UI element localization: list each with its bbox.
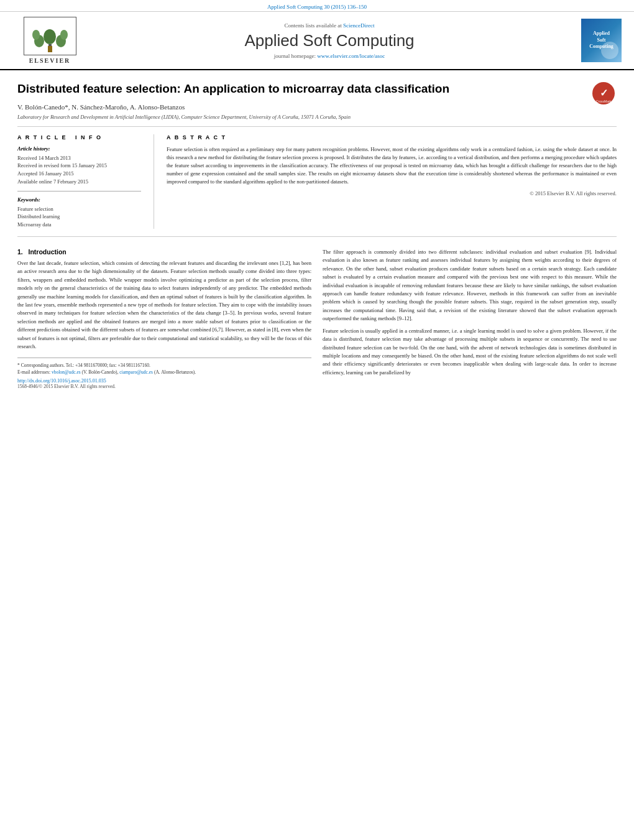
copyright-line: © 2015 Elsevier B.V. All rights reserved…: [167, 190, 617, 196]
svg-point-5: [60, 30, 68, 40]
received-revised-date: Received in revised form 15 January 2015: [17, 162, 141, 170]
abstract-text: Feature selection is often required as a…: [167, 145, 617, 187]
article-affiliation: Laboratory for Research and Development …: [17, 114, 582, 120]
keyword1: Feature selection: [17, 205, 141, 213]
svg-point-4: [32, 30, 40, 40]
available-online-date: Available online 7 February 2015: [17, 178, 141, 186]
journal-citation: Applied Soft Computing 30 (2015) 136–150: [267, 4, 367, 10]
journal-logo-right: AppliedSoftComputing: [572, 19, 622, 62]
intro-paragraph-3: Feature selection is usually applied in …: [323, 327, 617, 377]
sciencedirect-line: Contents lists available at ScienceDirec…: [87, 22, 572, 29]
accepted-date: Accepted 16 January 2015: [17, 170, 141, 178]
article-content: Distributed feature selection: An applic…: [0, 70, 634, 389]
svg-point-1: [44, 29, 56, 44]
journal-homepage-link[interactable]: www.elsevier.com/locate/asoc: [317, 53, 385, 59]
section-intro-heading: 1. Introduction: [17, 248, 311, 256]
journal-title: Applied Soft Computing: [87, 31, 572, 50]
body-col-right: The filter approach is commonly divided …: [323, 248, 617, 389]
received-date: Received 14 March 2013: [17, 154, 141, 162]
footnote-email: E-mail addresses: vbolon@udc.es (V. Boló…: [17, 369, 311, 376]
elsevier-logo: ELSEVIER: [12, 17, 87, 64]
footnote-corresponding: * Corresponding authors. Tel.: +34 98116…: [17, 362, 311, 369]
issn-line: 1568-4946/© 2015 Elsevier B.V. All right…: [17, 384, 311, 389]
elsevier-brand: ELSEVIER: [29, 57, 71, 64]
svg-text:CrossMark: CrossMark: [596, 99, 612, 103]
article-info-col: A R T I C L E I N F O Article history: R…: [17, 134, 154, 229]
footnote-email1-link[interactable]: vbolon@udc.es: [52, 369, 81, 375]
keywords-label: Keywords:: [17, 196, 141, 203]
intro-paragraph-2: The filter approach is commonly divided …: [323, 248, 617, 323]
article-main-title: Distributed feature selection: An applic…: [17, 81, 582, 97]
article-history-label: Article history:: [17, 145, 141, 152]
applied-soft-badge: AppliedSoftComputing: [581, 19, 622, 62]
journal-header: ELSEVIER Contents lists available at Sci…: [0, 12, 634, 70]
article-title-text: Distributed feature selection: An applic…: [17, 81, 582, 120]
article-info-title: A R T I C L E I N F O: [17, 134, 141, 141]
svg-rect-6: [48, 46, 52, 52]
journal-center: Contents lists available at ScienceDirec…: [87, 22, 572, 59]
keyword2: Distributed learning: [17, 213, 141, 221]
article-title-section: Distributed feature selection: An applic…: [17, 70, 617, 127]
info-divider: [17, 191, 141, 192]
journal-top-bar: Applied Soft Computing 30 (2015) 136–150: [0, 0, 634, 12]
journal-homepage-line: journal homepage: www.elsevier.com/locat…: [87, 53, 572, 59]
doi-link[interactable]: http://dx.doi.org/10.1016/j.asoc.2015.01…: [17, 378, 311, 384]
keyword3: Microarray data: [17, 221, 141, 229]
body-col-left: 1. Introduction Over the last decade, fe…: [17, 248, 311, 389]
article-authors: V. Bolón-Canedo*, N. Sánchez-Maroño, A. …: [17, 103, 582, 111]
abstract-col: A B S T R A C T Feature selection is oft…: [154, 134, 617, 229]
footnote-section: * Corresponding authors. Tel.: +34 98116…: [17, 358, 311, 390]
abstract-title: A B S T R A C T: [167, 134, 617, 141]
article-meta-section: A R T I C L E I N F O Article history: R…: [17, 127, 617, 237]
crossmark-badge: ✓ CrossMark: [592, 81, 617, 106]
elsevier-tree-box: [24, 17, 76, 55]
svg-text:✓: ✓: [600, 88, 608, 98]
body-two-col: 1. Introduction Over the last decade, fe…: [17, 237, 617, 389]
page: Applied Soft Computing 30 (2015) 136–150: [0, 0, 634, 840]
badge-text: AppliedSoftComputing: [589, 30, 613, 50]
footnote-email2-link[interactable]: ciamparo@udc.es: [119, 369, 153, 375]
intro-paragraph-1: Over the last decade, feature selection,…: [17, 259, 311, 351]
sciencedirect-link[interactable]: ScienceDirect: [343, 22, 374, 29]
